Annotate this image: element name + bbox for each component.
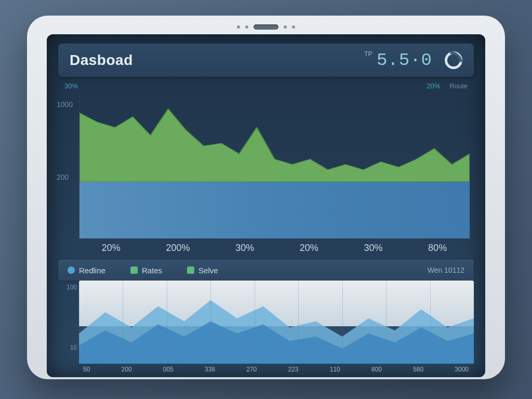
chart2-xtick: 3000 xyxy=(455,366,469,373)
chart2-x-axis: 502000053382702231108005803000 xyxy=(58,364,474,377)
legend-dot-icon xyxy=(130,267,138,274)
legend-item[interactable]: Redline xyxy=(68,266,105,275)
legend-item[interactable]: Selve xyxy=(187,266,218,275)
chart2-gridline xyxy=(342,281,343,364)
chart2-xtick: 580 xyxy=(413,366,423,373)
legend-bar: RedlineRatesSelve Wen 10112 xyxy=(58,260,474,281)
chart2-ytick-high: 100 xyxy=(58,284,77,291)
chart2-gridline xyxy=(386,281,387,364)
metric-prefix: TP xyxy=(364,50,372,58)
chart1-xtick: 80% xyxy=(428,243,447,254)
secondary-chart-wrap: 100 10 xyxy=(58,281,474,364)
chart1-xtick: 20% xyxy=(300,243,318,254)
legend-dot-icon xyxy=(187,267,194,274)
header-bar: Dasboad TP 5.5·0 xyxy=(58,44,474,77)
main-area-chart[interactable]: 1000 200 xyxy=(79,93,470,238)
chart2-xtick: 200 xyxy=(122,366,132,373)
chart2-xtick: 50 xyxy=(83,366,90,373)
progress-ring-icon[interactable] xyxy=(445,51,462,69)
chart1-xtick: 30% xyxy=(364,243,382,254)
chart2-xtick: 338 xyxy=(205,366,215,373)
chart2-gridline xyxy=(167,281,167,364)
chart2-gridline xyxy=(298,281,299,364)
metric-value: 5.5·0 xyxy=(377,50,432,70)
header-metric: TP 5.5·0 xyxy=(364,50,432,70)
chart2-gridline xyxy=(255,281,255,364)
chart1-xtick: 30% xyxy=(235,243,254,254)
chart2-gridline xyxy=(210,281,211,364)
subhead-label: Route xyxy=(449,82,468,90)
chart2-xtick: 270 xyxy=(246,366,257,373)
chart2-y-axis: 100 10 xyxy=(58,281,79,364)
chart1-svg xyxy=(79,93,470,238)
legend-dot-icon xyxy=(68,267,75,274)
subhead-left-stat: 30% xyxy=(64,82,78,90)
legend-item[interactable]: Rates xyxy=(130,266,162,275)
legend-right-text: Wen 10112 xyxy=(428,266,464,274)
device-camera-bar xyxy=(27,21,505,33)
chart2-gridline xyxy=(430,281,431,364)
chart1-ytick-high: 1000 xyxy=(57,100,73,109)
chart2-xtick: 005 xyxy=(163,366,174,373)
header-right: TP 5.5·0 xyxy=(364,50,462,70)
chart1-xtick: 200% xyxy=(166,243,190,254)
chart2-ytick-low: 10 xyxy=(58,344,77,351)
legend-label: Selve xyxy=(198,266,218,275)
legend-label: Redline xyxy=(79,266,105,275)
sub-header: 30% 20% Route xyxy=(58,77,474,93)
chart2-svg xyxy=(79,281,474,364)
chart2-gridline xyxy=(79,281,79,364)
page-title: Dasboad xyxy=(70,52,133,69)
legend-label: Rates xyxy=(142,266,162,275)
chart1-ytick-low: 200 xyxy=(57,173,69,181)
chart2-xtick: 110 xyxy=(330,366,340,373)
tablet-frame: Dasboad TP 5.5·0 30% 20% Route 1000 200 xyxy=(27,16,505,379)
chart1-xtick: 20% xyxy=(102,243,121,254)
secondary-area-chart[interactable] xyxy=(79,281,474,364)
chart2-gridline xyxy=(123,281,123,364)
chart2-xtick: 223 xyxy=(288,366,298,373)
dashboard-screen: Dasboad TP 5.5·0 30% 20% Route 1000 200 xyxy=(47,34,485,377)
subhead-pct: 20% xyxy=(427,82,440,90)
chart2-xtick: 800 xyxy=(371,366,382,373)
chart1-x-axis: 20%200%30%20%30%80% xyxy=(58,238,474,260)
